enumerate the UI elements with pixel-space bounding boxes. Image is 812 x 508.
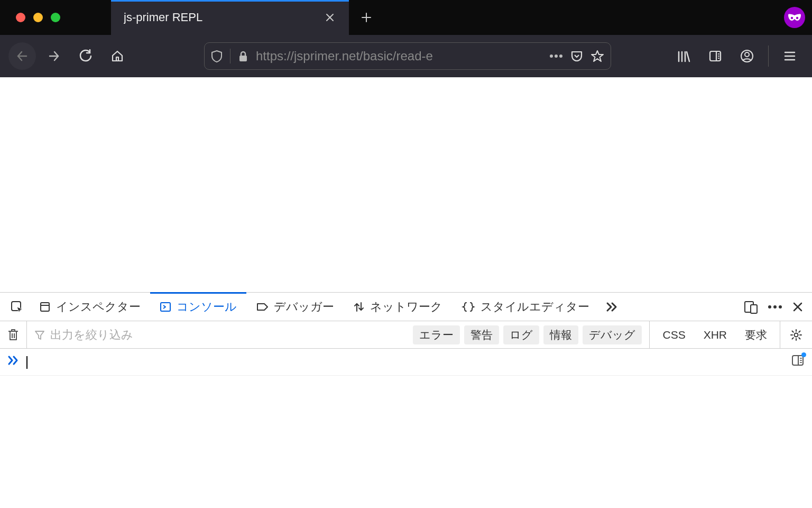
- prompt-indicator: [7, 355, 19, 366]
- filter-debug[interactable]: デバッグ: [583, 325, 642, 344]
- mask-icon: [788, 13, 801, 22]
- tab-close-button[interactable]: [324, 11, 336, 24]
- filter-errors[interactable]: エラー: [413, 325, 460, 344]
- meatball-icon: [768, 305, 782, 309]
- window-zoom-button[interactable]: [51, 13, 60, 22]
- plus-icon: [361, 12, 372, 23]
- account-button[interactable]: [733, 42, 761, 70]
- svg-point-38: [779, 305, 782, 309]
- filter-logs[interactable]: ログ: [503, 325, 539, 344]
- svg-point-24: [745, 52, 749, 57]
- forward-button[interactable]: [40, 42, 68, 70]
- svg-rect-9: [239, 56, 247, 61]
- lock-icon[interactable]: [238, 50, 248, 62]
- svg-point-11: [555, 55, 558, 58]
- svg-marker-43: [35, 331, 44, 339]
- navigation-toolbar: https://jsprimer.net/basic/read-e: [0, 35, 812, 77]
- svg-point-36: [768, 305, 771, 309]
- chevrons-right-icon: [7, 355, 19, 366]
- close-icon: [792, 301, 804, 313]
- console-icon: [160, 301, 171, 313]
- window-close-button[interactable]: [16, 13, 25, 22]
- arrow-right-icon: [47, 49, 61, 63]
- back-button[interactable]: [8, 42, 36, 70]
- split-console-button[interactable]: [791, 354, 805, 367]
- svg-point-37: [773, 305, 777, 309]
- meatball-icon[interactable]: [549, 54, 563, 58]
- tab-style-editor[interactable]: スタイルエディター: [452, 293, 599, 321]
- svg-rect-35: [751, 305, 757, 313]
- new-tab-button[interactable]: [349, 0, 384, 35]
- network-icon: [353, 301, 365, 313]
- braces-icon: [462, 301, 475, 313]
- devtools-toolbar: インスペクター コンソール デバッガー ネットワーク スタイルエディター: [0, 293, 812, 321]
- gear-icon: [790, 329, 802, 341]
- tag-icon: [256, 302, 269, 312]
- sidebar-icon: [708, 50, 722, 62]
- tab-label: デバッガー: [274, 299, 334, 315]
- tab-label: スタイルエディター: [481, 299, 589, 315]
- filter-input-container: [34, 328, 405, 342]
- inspect-icon: [10, 300, 24, 314]
- library-button[interactable]: [670, 42, 697, 70]
- tab-title: js-primer REPL: [124, 11, 324, 24]
- filter-warnings[interactable]: 警告: [464, 325, 499, 344]
- browser-chrome: js-primer REPL: [0, 0, 812, 77]
- account-icon: [740, 49, 754, 63]
- sidebar-button[interactable]: [702, 42, 729, 70]
- svg-point-5: [796, 17, 798, 19]
- chevrons-right-icon: [605, 301, 618, 313]
- window-controls: [0, 0, 111, 35]
- tab-inspector[interactable]: インスペクター: [30, 293, 150, 321]
- tabs-overflow-button[interactable]: [599, 293, 624, 321]
- home-button[interactable]: [104, 42, 131, 70]
- pick-element-button[interactable]: [4, 293, 30, 321]
- filter-xhr[interactable]: XHR: [698, 326, 732, 343]
- tab-console[interactable]: コンソール: [150, 293, 246, 321]
- filter-css[interactable]: CSS: [657, 326, 690, 343]
- browser-tab[interactable]: js-primer REPL: [111, 0, 349, 35]
- devtools-close-button[interactable]: [792, 301, 804, 313]
- address-bar[interactable]: https://jsprimer.net/basic/read-e: [204, 42, 611, 70]
- responsive-design-button[interactable]: [743, 300, 758, 314]
- devtools-panel: インスペクター コンソール デバッガー ネットワーク スタイルエディター: [0, 292, 812, 508]
- address-bar-container: https://jsprimer.net/basic/read-e: [204, 42, 611, 70]
- devices-icon: [743, 300, 758, 314]
- filter-requests[interactable]: 要求: [740, 325, 772, 344]
- filter-info[interactable]: 情報: [543, 325, 578, 344]
- window-minimize-button[interactable]: [33, 13, 43, 22]
- reload-button[interactable]: [72, 42, 99, 70]
- app-menu-button[interactable]: [776, 42, 804, 70]
- tab-network[interactable]: ネットワーク: [344, 293, 452, 321]
- funnel-icon: [34, 330, 45, 340]
- pocket-icon[interactable]: [570, 50, 583, 62]
- notification-dot: [801, 352, 806, 357]
- console-level-filters: エラー 警告 ログ 情報 デバッグ: [413, 325, 642, 344]
- console-settings-button[interactable]: [788, 329, 805, 341]
- console-input-row[interactable]: [0, 349, 812, 376]
- svg-marker-13: [592, 51, 603, 61]
- arrow-left-icon: [15, 49, 29, 63]
- tab-label: インスペクター: [56, 299, 141, 315]
- star-icon[interactable]: [590, 49, 604, 63]
- svg-rect-29: [41, 303, 49, 311]
- svg-rect-8: [116, 57, 118, 61]
- svg-point-10: [550, 55, 553, 58]
- devtools-menu-button[interactable]: [768, 305, 782, 309]
- private-browsing-indicator[interactable]: [777, 0, 812, 35]
- shield-icon[interactable]: [211, 50, 223, 62]
- home-icon: [110, 49, 124, 63]
- trash-icon: [7, 328, 19, 342]
- filter-input[interactable]: [50, 328, 209, 342]
- toolbar-right: [670, 42, 804, 70]
- tab-debugger[interactable]: デバッガー: [246, 293, 344, 321]
- svg-point-12: [559, 55, 562, 58]
- tab-strip: js-primer REPL: [0, 0, 812, 35]
- tab-label: コンソール: [177, 299, 237, 315]
- close-icon: [325, 13, 335, 22]
- library-icon: [677, 49, 690, 63]
- svg-point-44: [795, 333, 798, 337]
- console-input[interactable]: [25, 355, 27, 369]
- box-icon: [39, 301, 51, 313]
- clear-console-button[interactable]: [7, 328, 19, 342]
